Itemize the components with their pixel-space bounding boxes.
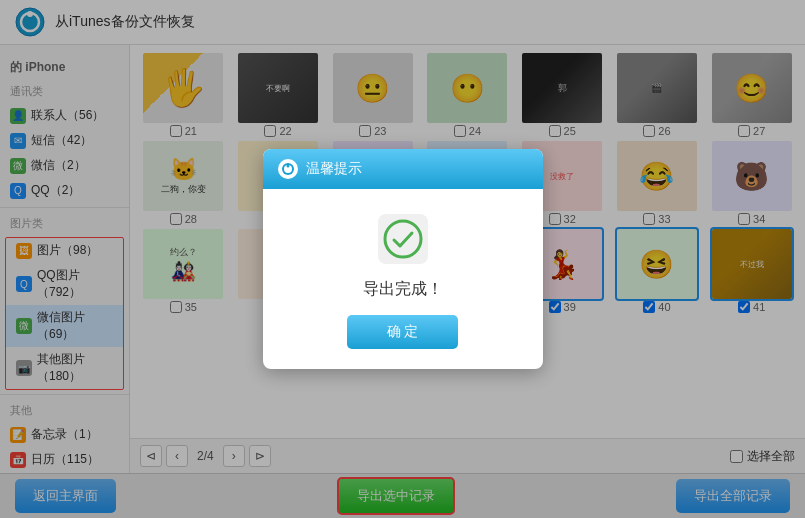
success-icon [378,214,428,264]
modal-message: 导出完成！ [363,279,443,300]
modal-dialog: 温馨提示 导出完成！ 确 定 [263,149,543,369]
modal-header: 温馨提示 [263,149,543,189]
svg-point-5 [286,165,289,168]
modal-title: 温馨提示 [306,160,362,178]
modal-ok-button[interactable]: 确 定 [347,315,459,349]
modal-body: 导出完成！ 确 定 [263,189,543,369]
modal-header-icon [278,159,298,179]
modal-overlay: 温馨提示 导出完成！ 确 定 [0,0,805,518]
